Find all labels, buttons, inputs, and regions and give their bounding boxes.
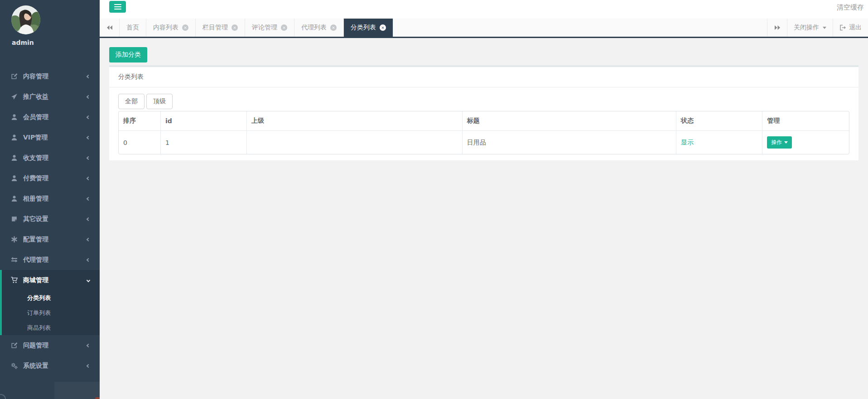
sidebar-item-label: 收支管理: [23, 154, 87, 162]
sidebar-item-label: 付费管理: [23, 174, 87, 183]
tab-close-icon[interactable]: ×: [182, 24, 188, 31]
sidebar-item-label: 会员管理: [23, 113, 87, 121]
tab-close-icon[interactable]: ×: [330, 24, 337, 31]
cell-sort: 0: [119, 131, 160, 154]
cell-status: 显示: [676, 131, 762, 154]
sidebar-item-label: 系统设置: [23, 362, 87, 370]
tab-comment-mgmt[interactable]: 评论管理 ×: [245, 19, 294, 37]
sidebar-item-agent-mgmt[interactable]: 代理管理: [0, 250, 100, 270]
tab-label: 栏目管理: [203, 24, 228, 32]
sidebar-item-system-settings[interactable]: 系统设置: [0, 356, 100, 376]
sidebar-item-question-mgmt[interactable]: 问题管理: [0, 335, 100, 356]
sidebar-item-member-mgmt[interactable]: 会员管理: [0, 107, 100, 127]
sign-out-icon: [839, 24, 846, 31]
status-toggle-link[interactable]: 显示: [681, 139, 694, 146]
close-operations-dropdown[interactable]: 关闭操作: [787, 19, 833, 37]
sidebar-item-mall-mgmt[interactable]: 商城管理: [2, 270, 100, 290]
hamburger-icon: [114, 4, 121, 5]
forward-icon: [774, 25, 781, 30]
cell-id: 1: [160, 131, 246, 154]
sidebar-item-label: 配置管理: [23, 236, 87, 244]
sidebar-item-promo-income[interactable]: 推广收益: [0, 87, 100, 107]
user-icon: [11, 195, 19, 202]
category-table: 排序 id 上级 标题 状态 管理 0 1: [118, 111, 849, 154]
tabs-scroll-left-button[interactable]: [100, 19, 120, 37]
exchange-icon: [11, 256, 19, 263]
table-header-row: 排序 id 上级 标题 状态 管理: [119, 111, 849, 131]
sidebar: admin 内容管理 推广收益 会员管理 VIP管理: [0, 0, 100, 399]
row-action-label: 操作: [771, 139, 782, 146]
tab-label: 内容列表: [153, 24, 178, 32]
sidebar-item-label: 推广收益: [23, 93, 87, 101]
tab-column-mgmt[interactable]: 栏目管理 ×: [196, 19, 245, 37]
add-category-button[interactable]: 添加分类: [109, 47, 147, 62]
filter-all-button[interactable]: 全部: [118, 94, 145, 109]
sidebar-subitem-category-list[interactable]: 分类列表: [2, 290, 100, 305]
sidebar-item-config-mgmt[interactable]: 配置管理: [0, 229, 100, 250]
user-icon: [11, 134, 19, 141]
caret-down-icon: [823, 27, 826, 29]
tab-label: 首页: [126, 24, 139, 32]
tab-close-icon[interactable]: ×: [231, 24, 238, 31]
chevron-left-icon: [87, 115, 90, 119]
sidebar-item-album-mgmt[interactable]: 相册管理: [0, 188, 100, 209]
tab-category-list[interactable]: 分类列表 ×: [344, 19, 393, 37]
sidebar-item-vip-mgmt[interactable]: VIP管理: [0, 127, 100, 148]
tab-agent-list[interactable]: 代理列表 ×: [294, 19, 344, 37]
panel-body: 全部 顶级 排序 id 上级 标题: [109, 87, 858, 160]
sidebar-subitem-order-list[interactable]: 订单列表: [2, 305, 100, 320]
chevron-left-icon: [87, 95, 90, 98]
send-icon: [11, 93, 19, 100]
tab-content-list[interactable]: 内容列表 ×: [146, 19, 196, 37]
sidebar-subitem-goods-list[interactable]: 商品列表: [2, 320, 100, 335]
chevron-left-icon: [87, 237, 90, 241]
tab-home[interactable]: 首页: [120, 19, 146, 37]
user-icon: [11, 154, 19, 161]
partial-bottom-element: [95, 397, 100, 399]
tab-bar: 首页 内容列表 × 栏目管理 × 评论管理 × 代理列表 × 分类列表 ×: [100, 19, 868, 38]
sidebar-item-label: VIP管理: [23, 134, 87, 142]
sidebar-item-label: 问题管理: [23, 341, 87, 350]
column-header-sort: 排序: [119, 111, 160, 131]
content-area: 添加分类 分类列表 全部 顶级 排序: [100, 38, 868, 399]
menu-toggle-button[interactable]: [109, 1, 126, 13]
cell-manage: 操作: [762, 131, 849, 154]
note-icon: [11, 216, 19, 222]
filter-top-level-button[interactable]: 顶级: [146, 94, 173, 109]
sidebar-item-income-expense[interactable]: 收支管理: [0, 148, 100, 168]
clear-cache-link[interactable]: 清空缓存: [837, 3, 864, 12]
user-icon: [11, 175, 19, 182]
row-action-dropdown-button[interactable]: 操作: [767, 136, 792, 149]
tab-label: 分类列表: [351, 24, 376, 32]
partial-circle-icon: [0, 394, 6, 399]
sidebar-item-label: 其它设置: [23, 215, 87, 223]
sidebar-item-label: 相册管理: [23, 195, 87, 203]
cell-parent: [246, 131, 462, 154]
sidebar-item-content-mgmt[interactable]: 内容管理: [0, 66, 100, 87]
chevron-left-icon: [87, 74, 90, 78]
chevron-left-icon: [87, 258, 90, 261]
admin-page: admin 内容管理 推广收益 会员管理 VIP管理: [0, 0, 868, 399]
edit-icon: [11, 342, 19, 349]
panel-title: 分类列表: [109, 67, 858, 87]
sidebar-item-paid-mgmt[interactable]: 付费管理: [0, 168, 100, 188]
tab-label: 代理列表: [301, 24, 327, 32]
sidebar-bottom-patch: [54, 382, 100, 399]
backward-icon: [106, 25, 113, 30]
logout-label: 退出: [849, 24, 862, 32]
sidebar-item-other-settings[interactable]: 其它设置: [0, 209, 100, 229]
column-header-status: 状态: [676, 111, 762, 131]
chevron-left-icon: [87, 343, 90, 347]
tab-close-icon[interactable]: ×: [380, 24, 386, 31]
sidebar-item-label: 代理管理: [23, 256, 87, 264]
avatar: [11, 5, 40, 34]
profile-block: admin: [0, 0, 100, 46]
username: admin: [12, 39, 100, 46]
tabs-scroll-right-button[interactable]: [767, 19, 787, 37]
logout-button[interactable]: 退出: [833, 19, 868, 37]
tab-close-icon[interactable]: ×: [281, 24, 287, 31]
sidebar-item-label: 商城管理: [23, 276, 87, 284]
column-header-id: id: [160, 111, 246, 131]
tab-label: 评论管理: [252, 24, 277, 32]
chevron-left-icon: [87, 364, 90, 367]
